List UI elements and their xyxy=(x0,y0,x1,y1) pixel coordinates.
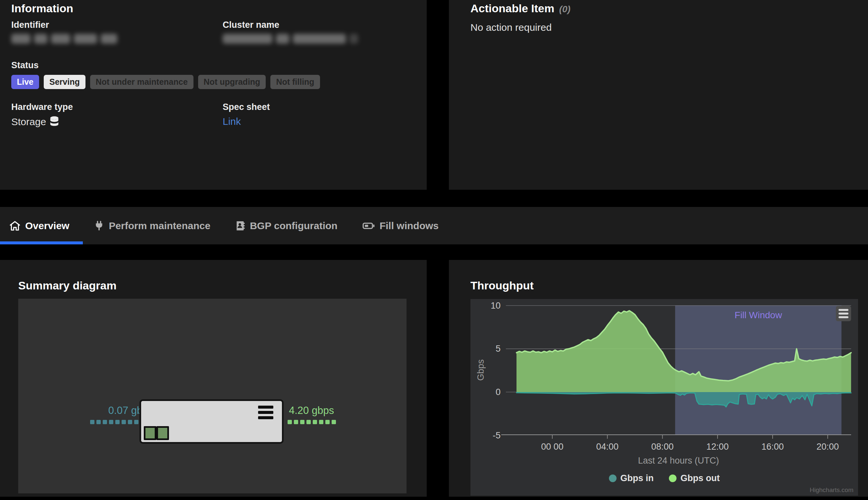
egress-rate-label: 4.20 gbps xyxy=(289,405,334,417)
tab-perform-maintenance[interactable]: Perform maintenance xyxy=(94,220,210,231)
server-node xyxy=(139,399,284,444)
spec-sheet-label: Spec sheet xyxy=(223,102,270,112)
ingress-rate-label: 0.07 gbps xyxy=(51,405,154,417)
svg-text:00 00: 00 00 xyxy=(541,442,564,452)
throughput-chart: Fill Window00 0004:0008:0012:0016:0020:0… xyxy=(471,299,858,496)
tab-bar: Overview Perform maintenance BGP configu… xyxy=(0,207,868,246)
address-book-icon xyxy=(235,220,245,231)
svg-text:Last 24 hours (UTC): Last 24 hours (UTC) xyxy=(638,456,719,466)
svg-text:Gbps: Gbps xyxy=(476,359,486,381)
svg-text:Fill Window: Fill Window xyxy=(734,310,782,320)
actionable-item-count: (0) xyxy=(559,4,571,14)
chart-legend: Gbps in Gbps out xyxy=(471,473,858,484)
svg-text:08:00: 08:00 xyxy=(651,442,674,452)
highcharts-credit[interactable]: Highcharts.com xyxy=(810,486,854,494)
status-badge-serving: Serving xyxy=(44,75,86,89)
svg-text:12:00: 12:00 xyxy=(706,442,729,452)
status-badge-not-upgrading: Not upgrading xyxy=(198,75,266,89)
actionable-item-body: No action required xyxy=(471,22,552,33)
status-badges: Live Serving Not under maintenance Not u… xyxy=(11,75,320,89)
svg-text:10: 10 xyxy=(491,301,500,310)
active-tab-underline xyxy=(0,241,83,245)
legend-item-gbps-out[interactable]: Gbps out xyxy=(669,473,720,484)
drive-bay-icon xyxy=(144,426,156,440)
legend-item-gbps-in[interactable]: Gbps in xyxy=(609,473,654,484)
summary-diagram-title: Summary diagram xyxy=(18,279,117,292)
identifier-value-redacted xyxy=(11,34,121,44)
throughput-chart-svg: Fill Window00 0004:0008:0012:0016:0020:0… xyxy=(471,299,858,496)
actionable-item-title: Actionable Item xyxy=(471,2,554,14)
svg-text:16:00: 16:00 xyxy=(761,442,784,452)
throughput-panel: Throughput Fill Window00 0004:0008:0012:… xyxy=(449,260,868,497)
home-icon xyxy=(9,220,21,231)
information-title: Information xyxy=(11,2,73,15)
identifier-label: Identifier xyxy=(11,20,49,30)
status-badge-not-under-maintenance: Not under maintenance xyxy=(90,75,193,89)
svg-text:0: 0 xyxy=(496,387,500,397)
plug-icon xyxy=(94,220,104,231)
gbps-in-swatch xyxy=(609,475,617,482)
svg-text:04:00: 04:00 xyxy=(596,442,619,452)
database-icon xyxy=(49,116,59,129)
drive-bay-icon xyxy=(156,426,169,440)
battery-icon xyxy=(362,221,375,231)
ingress-dashed-link xyxy=(90,420,138,424)
tab-overview[interactable]: Overview xyxy=(9,220,69,231)
svg-text:20:00: 20:00 xyxy=(817,442,839,452)
hardware-type-value: Storage xyxy=(11,116,59,129)
hardware-type-label: Hardware type xyxy=(11,102,73,112)
svg-text:-5: -5 xyxy=(493,431,500,440)
summary-diagram-panel: Summary diagram 0.07 gbps 4.20 gbps xyxy=(0,260,427,497)
tab-bgp-configuration[interactable]: BGP configuration xyxy=(235,220,337,231)
status-label: Status xyxy=(11,60,39,70)
throughput-title: Throughput xyxy=(471,279,534,292)
summary-diagram-canvas: 0.07 gbps 4.20 gbps xyxy=(18,299,406,493)
server-menu-icon xyxy=(258,406,273,421)
egress-dashed-link xyxy=(288,420,336,424)
actionable-item-panel: Actionable Item (0) No action required xyxy=(449,0,868,190)
gbps-out-swatch xyxy=(669,475,677,482)
cluster-name-value-redacted xyxy=(223,34,362,44)
chart-context-menu-button[interactable] xyxy=(836,306,851,321)
spec-sheet-link[interactable]: Link xyxy=(223,116,241,127)
information-panel: Information Identifier Cluster name Stat… xyxy=(0,0,427,190)
status-badge-live: Live xyxy=(11,75,39,89)
status-badge-not-filling: Not filling xyxy=(270,75,320,89)
tab-fill-windows[interactable]: Fill windows xyxy=(362,220,439,231)
cluster-name-label: Cluster name xyxy=(223,20,279,30)
svg-text:5: 5 xyxy=(496,344,500,354)
